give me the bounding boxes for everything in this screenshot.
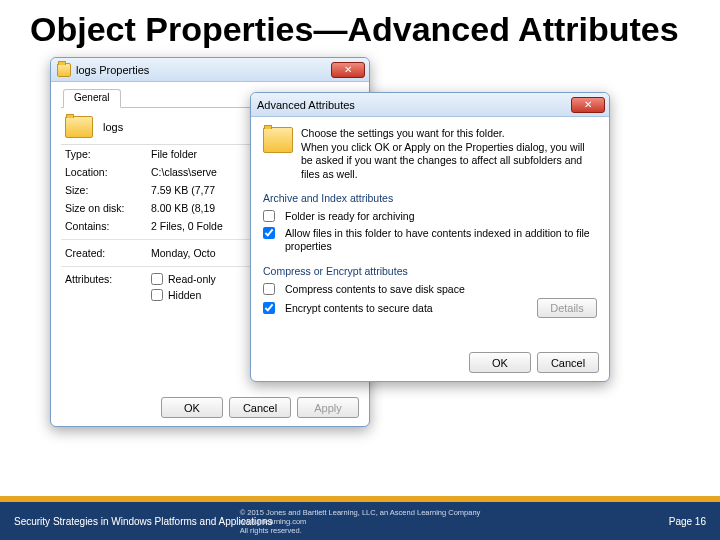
group-compress-label: Compress or Encrypt attributes — [263, 265, 597, 277]
properties-title: logs Properties — [76, 64, 331, 76]
footer-copyright: © 2015 Jones and Bartlett Learning, LLC,… — [240, 508, 481, 535]
footer: Security Strategies in Windows Platforms… — [0, 496, 720, 540]
copyright-line-2: www.jblearning.com — [240, 517, 481, 526]
screenshot-area: logs Properties ✕ General Type:File fold… — [50, 57, 670, 437]
encrypt-label: Encrypt contents to secure data — [285, 302, 433, 315]
copyright-line-3: All rights reserved. — [240, 526, 481, 535]
advanced-title: Advanced Attributes — [257, 99, 571, 111]
label-location: Location: — [65, 166, 151, 178]
properties-titlebar[interactable]: logs Properties ✕ — [51, 58, 369, 82]
encrypt-checkbox[interactable] — [263, 302, 275, 314]
advanced-intro: Choose the settings you want for this fo… — [263, 127, 597, 182]
index-checkbox[interactable] — [263, 227, 275, 239]
label-size-on-disk: Size on disk: — [65, 202, 151, 214]
close-button[interactable]: ✕ — [571, 97, 605, 113]
slide-title: Object Properties—Advanced Attributes — [0, 0, 720, 49]
hidden-label: Hidden — [168, 289, 201, 301]
hidden-checkbox[interactable] — [151, 289, 163, 301]
page-number: Page 16 — [669, 516, 706, 527]
label-created: Created: — [65, 247, 151, 259]
label-size: Size: — [65, 184, 151, 196]
archive-label: Folder is ready for archiving — [285, 210, 415, 223]
compress-label: Compress contents to save disk space — [285, 283, 465, 296]
readonly-checkbox[interactable] — [151, 273, 163, 285]
ok-button[interactable]: OK — [161, 397, 223, 418]
compress-checkbox[interactable] — [263, 283, 275, 295]
archive-checkbox[interactable] — [263, 210, 275, 222]
advanced-titlebar[interactable]: Advanced Attributes ✕ — [251, 93, 609, 117]
copyright-line-1: © 2015 Jones and Bartlett Learning, LLC,… — [240, 508, 481, 517]
cancel-button[interactable]: Cancel — [229, 397, 291, 418]
index-label: Allow files in this folder to have conte… — [285, 227, 597, 253]
folder-icon-large — [65, 116, 93, 138]
readonly-label: Read-only — [168, 273, 216, 285]
folder-settings-icon — [263, 127, 293, 153]
advanced-intro-text: Choose the settings you want for this fo… — [301, 127, 597, 182]
group-compress: Compress contents to save disk space Enc… — [263, 281, 597, 318]
label-type: Type: — [65, 148, 151, 160]
cancel-button[interactable]: Cancel — [537, 352, 599, 373]
apply-button[interactable]: Apply — [297, 397, 359, 418]
advanced-button-row: OK Cancel — [469, 352, 599, 373]
footer-bar: Security Strategies in Windows Platforms… — [0, 502, 720, 540]
book-title: Security Strategies in Windows Platforms… — [14, 516, 272, 527]
intro-line-2: When you click OK or Apply on the Proper… — [301, 141, 597, 182]
intro-line-1: Choose the settings you want for this fo… — [301, 127, 597, 141]
close-button[interactable]: ✕ — [331, 62, 365, 78]
advanced-attributes-window: Advanced Attributes ✕ Choose the setting… — [250, 92, 610, 382]
slide: Object Properties—Advanced Attributes lo… — [0, 0, 720, 540]
tab-general[interactable]: General — [63, 89, 121, 108]
advanced-body: Choose the settings you want for this fo… — [251, 117, 609, 326]
label-contains: Contains: — [65, 220, 151, 232]
details-button[interactable]: Details — [537, 298, 597, 318]
label-attributes: Attributes: — [65, 273, 151, 285]
properties-button-row: OK Cancel Apply — [161, 397, 359, 418]
ok-button[interactable]: OK — [469, 352, 531, 373]
group-archive-label: Archive and Index attributes — [263, 192, 597, 204]
folder-icon — [57, 63, 71, 77]
group-archive: Folder is ready for archiving Allow file… — [263, 208, 597, 255]
